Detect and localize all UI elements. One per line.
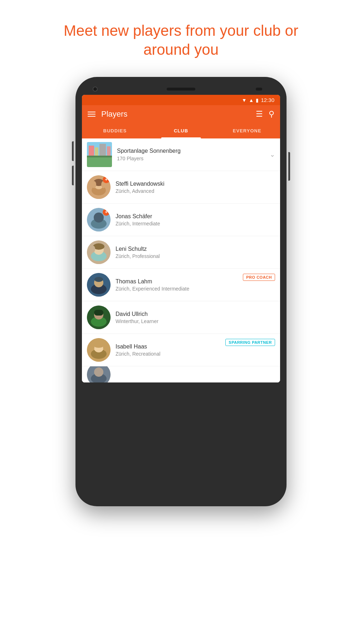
sparring-partner-badge: SPARRING PARTNER [225, 339, 275, 346]
phone-screen: ▼ ▲ ▮ 12:30 Players ☰ ⚲ BUDDIES CLUB EVE… [82, 95, 280, 382]
club-player-count: 170 Players [117, 156, 270, 161]
club-image [87, 142, 112, 167]
add-player-badge: + [103, 209, 110, 216]
player-name: Steffi Lewandowski [116, 181, 275, 187]
phone-top [82, 88, 280, 91]
avatar: + [87, 208, 111, 231]
club-name: Sportanlage Sonnenberg [117, 148, 270, 154]
player-info: Steffi Lewandowski Zürich, Advanced [116, 181, 275, 194]
signal-icon: ▲ [249, 97, 254, 103]
search-icon[interactable]: ⚲ [269, 109, 274, 119]
player-location: Zürich, Recreational [116, 351, 275, 357]
svg-rect-2 [89, 146, 94, 156]
wifi-icon: ▼ [242, 97, 247, 103]
player-name: David Ullrich [116, 311, 275, 317]
player-row[interactable]: Thomas Lahm Zürich, Experienced Intermed… [82, 269, 280, 301]
svg-rect-3 [95, 147, 98, 156]
player-info: Jonas Schäfer Zürich, Intermediate [116, 213, 275, 226]
speaker [167, 88, 195, 91]
pro-coach-badge: PRO COACH [243, 274, 275, 281]
camera [93, 87, 98, 92]
svg-rect-28 [94, 310, 103, 316]
svg-point-33 [90, 344, 94, 351]
player-location: Winterthur, Learner [116, 318, 275, 324]
avatar [87, 240, 111, 264]
player-location: Zürich, Professional [116, 253, 275, 259]
tab-everyone[interactable]: EVERYONE [214, 123, 280, 138]
player-info: David Ullrich Winterthur, Learner [116, 311, 275, 324]
filter-icon[interactable]: ☰ [256, 109, 263, 119]
hamburger-menu-button[interactable] [88, 112, 96, 117]
battery-icon: ▮ [256, 97, 259, 103]
svg-rect-5 [107, 146, 111, 156]
svg-point-34 [103, 344, 107, 351]
power-button [288, 152, 290, 181]
volume-down-button [72, 166, 74, 185]
player-row[interactable]: Leni Schultz Zürich, Professional [82, 236, 280, 269]
tabs: BUDDIES CLUB EVERYONE [82, 123, 280, 138]
volume-up-button [72, 141, 74, 161]
toolbar-icons: ☰ ⚲ [256, 109, 274, 119]
svg-point-11 [92, 181, 96, 188]
club-header-row[interactable]: Sportanlage Sonnenberg 170 Players ⌄ [82, 138, 280, 171]
svg-point-15 [94, 213, 104, 223]
add-player-badge: + [103, 176, 110, 183]
player-name: Jonas Schäfer [116, 213, 275, 220]
tab-club[interactable]: CLUB [148, 123, 214, 138]
status-icons: ▼ ▲ ▮ 12:30 [242, 97, 274, 103]
player-info: Leni Schultz Zürich, Professional [116, 246, 275, 259]
chevron-down-icon: ⌄ [270, 151, 275, 158]
avatar [87, 338, 111, 362]
avatar: + [87, 175, 111, 199]
svg-point-20 [92, 246, 95, 252]
svg-rect-4 [99, 144, 106, 156]
player-row[interactable]: + Steffi Lewandowski Zürich, Advanced [82, 171, 280, 204]
app-title: Players [101, 109, 250, 119]
player-row[interactable] [82, 366, 280, 382]
avatar [87, 366, 111, 382]
player-location: Zürich, Intermediate [116, 221, 275, 226]
app-bar: Players ☰ ⚲ [82, 105, 280, 123]
svg-rect-1 [87, 156, 112, 167]
player-name: Leni Schultz [116, 246, 275, 252]
sensor [256, 88, 262, 91]
player-row[interactable]: David Ullrich Winterthur, Learner [82, 301, 280, 334]
club-info: Sportanlage Sonnenberg 170 Players [117, 148, 270, 161]
svg-point-24 [94, 277, 103, 282]
avatar [87, 306, 111, 329]
player-row[interactable]: Isabell Haas Zürich, Recreational SPARRI… [82, 334, 280, 366]
list-container: Sportanlage Sonnenberg 170 Players ⌄ + [82, 138, 280, 382]
status-bar: ▼ ▲ ▮ 12:30 [82, 95, 280, 105]
svg-rect-6 [87, 156, 112, 157]
player-location: Zürich, Experienced Intermediate [116, 286, 275, 292]
player-location: Zürich, Advanced [116, 188, 275, 194]
svg-point-37 [94, 367, 103, 377]
tab-buddies[interactable]: BUDDIES [82, 123, 148, 138]
status-time: 12:30 [261, 97, 274, 103]
player-row[interactable]: + Jonas Schäfer Zürich, Intermediate [82, 204, 280, 236]
avatar [87, 273, 111, 297]
phone-shell: ▼ ▲ ▮ 12:30 Players ☰ ⚲ BUDDIES CLUB EVE… [75, 77, 287, 506]
hero-title: Meet new players from your club or aroun… [59, 21, 303, 59]
